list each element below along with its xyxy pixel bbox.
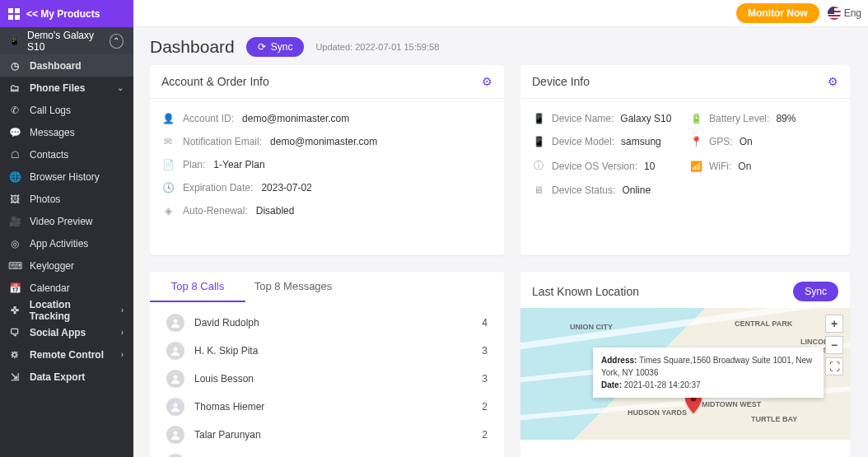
svg-point-7 xyxy=(174,403,178,408)
location-card: Last Known Location Sync Union City Cent… xyxy=(520,272,850,457)
device-name-row: 📱Device Name:Galaxy S10 xyxy=(532,107,681,130)
call-bar xyxy=(295,348,461,353)
device-icon: 📱 xyxy=(532,113,545,124)
contacts-icon: ☖ xyxy=(8,149,21,161)
location-card-title: Last Known Location xyxy=(532,285,639,298)
map[interactable]: Union City Central Park Lincoln Homes Mi… xyxy=(520,308,850,440)
apps-icon xyxy=(8,8,20,20)
sync-button[interactable]: ⟳ Sync xyxy=(246,37,305,57)
sidebar-item-data-export[interactable]: ⇲ Data Export xyxy=(0,366,133,388)
tab-top-messages[interactable]: Top 8 Messages xyxy=(245,272,341,302)
gear-icon[interactable]: ⚙ xyxy=(482,75,492,88)
map-fullscreen[interactable]: ⛶ xyxy=(825,357,843,375)
svg-point-4 xyxy=(174,319,178,324)
battery-icon: 🔋 xyxy=(689,113,702,124)
call-count: 2 xyxy=(471,429,488,441)
sidebar-item-calendar[interactable]: 📅 Calendar xyxy=(0,277,133,299)
sidebar-item-social-apps[interactable]: 🗨 Social Apps › xyxy=(0,321,133,343)
avatar-icon xyxy=(166,426,184,444)
renewal-row: ◈ Auto-Renewal: Disabled xyxy=(161,199,492,222)
account-card-title: Account & Order Info xyxy=(161,75,269,88)
call-bar xyxy=(295,376,461,381)
renewal-icon: ◈ xyxy=(161,205,175,217)
clock-icon: 🕓 xyxy=(161,182,175,194)
sidebar-item-video-preview[interactable]: 🎥 Video Preview xyxy=(0,210,133,232)
sidebar-item-call-logs[interactable]: ✆ Call Logs xyxy=(0,99,133,121)
keyboard-icon: ⌨ xyxy=(8,260,21,272)
map-zoom-out[interactable]: − xyxy=(825,336,843,354)
svg-point-8 xyxy=(174,431,178,436)
calendar-icon: 📅 xyxy=(8,282,21,294)
call-row[interactable]: David Rudolph4 xyxy=(166,309,488,337)
user-icon: 👤 xyxy=(161,113,175,124)
call-row[interactable]: Louis Besson3 xyxy=(166,365,488,393)
sidebar-item-messages[interactable]: 💬 Messages xyxy=(0,121,133,143)
call-name: Thomas Hiemer xyxy=(194,401,285,413)
sidebar-header[interactable]: << My Products xyxy=(0,0,133,27)
map-label-turtle-bay: Turtle Bay xyxy=(751,415,797,423)
account-id-row: 👤 Account ID: demo@monimaster.com xyxy=(161,107,492,130)
page-title: Dashboard xyxy=(150,37,235,57)
avatar-icon xyxy=(166,314,184,332)
plan-row: 📄 Plan: 1-Year Plan xyxy=(161,153,492,176)
sidebar-nav: ◷ Dashboard 🗂 Phone Files ⌄ ✆ Call Logs … xyxy=(0,54,133,457)
call-row[interactable]: Thomas Hiemer2 xyxy=(166,393,488,421)
call-name: H. K. Skip Pita xyxy=(194,345,285,357)
calls-card: Top 8 Calls Top 8 Messages David Rudolph… xyxy=(150,272,504,457)
map-label-central-park: Central Park xyxy=(735,319,792,328)
location-icon: ✜ xyxy=(8,305,21,316)
sidebar-item-app-activities[interactable]: ◎ App Activities xyxy=(0,232,133,254)
call-row[interactable]: Talar Parunyan2 xyxy=(166,421,488,449)
notification-email-row: ✉ Notification Email: demo@monimaster.co… xyxy=(161,130,492,153)
sidebar-item-dashboard[interactable]: ◷ Dashboard xyxy=(0,54,133,77)
sidebar-item-remote-control[interactable]: ⛭ Remote Control › xyxy=(0,343,133,366)
sidebar-item-location-tracking[interactable]: ✜ Location Tracking › xyxy=(0,299,133,321)
back-to-products[interactable]: << My Products xyxy=(26,8,100,20)
call-name: Talar Parunyan xyxy=(194,429,285,441)
files-icon: 🗂 xyxy=(8,82,21,94)
account-card: Account & Order Info ⚙ 👤 Account ID: dem… xyxy=(150,65,504,255)
location-sync-button[interactable]: Sync xyxy=(793,282,838,301)
device-card: Device Info ⚙ 📱Device Name:Galaxy S10 🔋B… xyxy=(520,65,850,255)
svg-rect-3 xyxy=(15,15,20,20)
dashboard-icon: ◷ xyxy=(8,60,21,72)
mail-icon: ✉ xyxy=(161,136,175,147)
device-card-title: Device Info xyxy=(532,75,590,88)
sidebar-item-photos[interactable]: 🖼 Photos xyxy=(0,188,133,210)
video-icon: 🎥 xyxy=(8,216,21,227)
wifi-row: 📶WiFi:On xyxy=(689,153,838,179)
language-selector[interactable]: Eng xyxy=(828,7,861,20)
sidebar-item-phone-files[interactable]: 🗂 Phone Files ⌄ xyxy=(0,77,133,99)
call-name: Louis Besson xyxy=(194,373,285,385)
status-icon: 🖥 xyxy=(532,184,545,196)
call-row[interactable]: Selena1 xyxy=(166,449,488,457)
device-model-row: 📱Device Model:samsung xyxy=(532,130,681,153)
plan-icon: 📄 xyxy=(161,159,175,170)
device-name-label: Demo's Galaxy S10 xyxy=(27,30,110,53)
tab-top-calls[interactable]: Top 8 Calls xyxy=(150,272,245,302)
device-selector[interactable]: 📱 Demo's Galaxy S10 ⌃ xyxy=(0,27,133,54)
wifi-icon: 📶 xyxy=(689,161,702,172)
flag-icon xyxy=(828,7,841,20)
map-zoom-in[interactable]: + xyxy=(825,315,843,333)
call-bar xyxy=(295,432,461,437)
globe-icon: 🌐 xyxy=(8,171,21,183)
svg-rect-0 xyxy=(8,8,13,13)
sidebar-item-contacts[interactable]: ☖ Contacts xyxy=(0,143,133,166)
chevron-right-icon: › xyxy=(121,350,124,359)
sidebar-item-browser-history[interactable]: 🌐 Browser History xyxy=(0,166,133,188)
call-count: 3 xyxy=(471,373,488,385)
call-count: 4 xyxy=(471,317,488,329)
expiration-row: 🕓 Expiration Date: 2023-07-02 xyxy=(161,176,492,199)
sidebar-item-keylogger[interactable]: ⌨ Keylogger xyxy=(0,254,133,277)
device-icon: 📱 xyxy=(532,136,545,147)
message-icon: 💬 xyxy=(8,127,21,138)
monitor-now-button[interactable]: Monitor Now xyxy=(736,3,819,23)
device-status-row: 🖥Device Status:Online xyxy=(532,179,681,202)
map-label-midtown-west: Midtown West xyxy=(702,400,761,408)
call-bar xyxy=(295,404,461,409)
call-row[interactable]: H. K. Skip Pita3 xyxy=(166,337,488,365)
gear-icon[interactable]: ⚙ xyxy=(828,75,838,88)
call-name: David Rudolph xyxy=(194,317,285,329)
gps-icon: 📍 xyxy=(689,136,702,147)
